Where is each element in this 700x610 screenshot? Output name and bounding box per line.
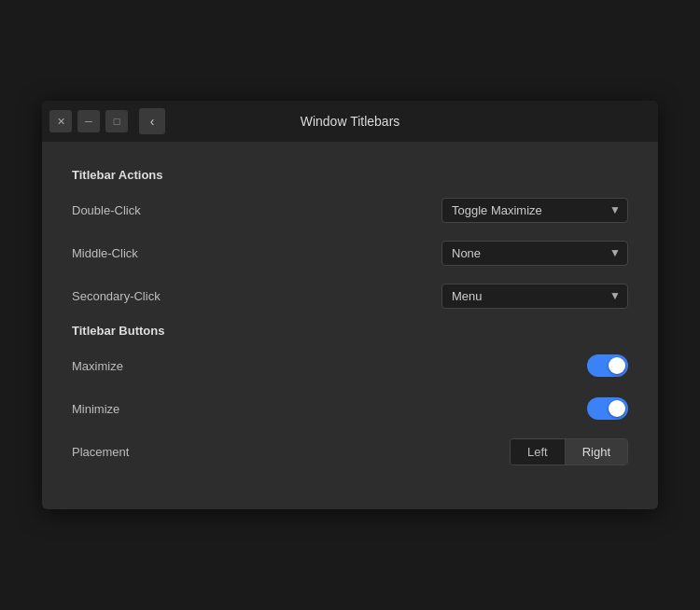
secondary-click-label: Secondary-Click <box>72 289 161 303</box>
maximize-toggle-knob <box>609 357 625 374</box>
double-click-dropdown[interactable]: Toggle Maximize Toggle Shade None <box>441 198 628 223</box>
titlebar-buttons-heading: Titlebar Buttons <box>72 324 628 338</box>
content-area: Titlebar Actions Double-Click Toggle Max… <box>42 142 658 509</box>
maximize-row: Maximize <box>72 351 628 381</box>
close-button[interactable]: ✕ <box>49 110 72 132</box>
secondary-click-row: Secondary-Click Menu None Toggle Maximiz… <box>72 281 628 311</box>
window: ✕ ─ □ ‹ Window Titlebars Titlebar Action… <box>42 101 658 509</box>
minimize-toggle-track <box>587 397 628 420</box>
window-controls: ✕ ─ □ ‹ <box>49 108 165 134</box>
titlebar: ✕ ─ □ ‹ Window Titlebars <box>42 101 658 142</box>
placement-label: Placement <box>72 445 129 459</box>
maximize-toggle[interactable] <box>587 354 628 377</box>
placement-left-button[interactable]: Left <box>511 439 565 464</box>
double-click-label: Double-Click <box>72 203 141 217</box>
minimize-button[interactable]: ─ <box>77 110 100 132</box>
minimize-toggle[interactable] <box>587 397 628 420</box>
minimize-toggle-knob <box>609 400 625 417</box>
titlebar-actions-heading: Titlebar Actions <box>72 168 628 182</box>
back-button[interactable]: ‹ <box>139 108 165 134</box>
maximize-label: Maximize <box>72 359 123 373</box>
placement-row: Placement Left Right <box>72 437 628 466</box>
middle-click-dropdown-wrapper: None Toggle Maximize Toggle Shade Lower … <box>441 241 628 266</box>
middle-click-dropdown[interactable]: None Toggle Maximize Toggle Shade Lower <box>441 241 628 266</box>
maximize-toggle-track <box>587 354 628 377</box>
window-title: Window Titlebars <box>301 114 400 129</box>
secondary-click-dropdown-wrapper: Menu None Toggle Maximize ▼ <box>441 284 628 309</box>
double-click-row: Double-Click Toggle Maximize Toggle Shad… <box>72 195 628 225</box>
minimize-label: Minimize <box>72 402 119 416</box>
placement-button-group: Left Right <box>510 438 628 465</box>
double-click-dropdown-wrapper: Toggle Maximize Toggle Shade None ▼ <box>441 198 628 223</box>
middle-click-label: Middle-Click <box>72 246 138 260</box>
placement-right-button[interactable]: Right <box>565 439 627 464</box>
middle-click-row: Middle-Click None Toggle Maximize Toggle… <box>72 238 628 268</box>
minimize-row: Minimize <box>72 394 628 423</box>
maximize-button[interactable]: □ <box>105 110 128 132</box>
secondary-click-dropdown[interactable]: Menu None Toggle Maximize <box>441 284 628 309</box>
